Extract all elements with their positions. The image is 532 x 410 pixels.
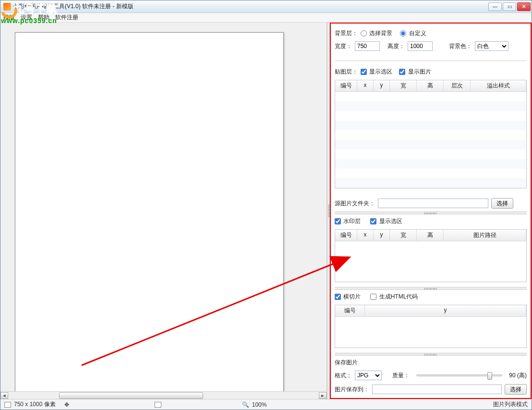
srcfolder-input[interactable]	[378, 199, 488, 208]
body-area: ◄ ► 背景层： 选择背景 自定义 宽度： 高度：	[0, 23, 532, 399]
horizontal-splitter-2[interactable]	[335, 287, 527, 290]
menu-settings[interactable]: 设置	[21, 13, 32, 22]
status-dims: 750 x 1000 像素	[4, 400, 56, 409]
menubar: 模版 设置 帮助 软件注册	[0, 13, 532, 23]
app-icon	[3, 3, 11, 11]
save-quality-slider[interactable]	[416, 374, 502, 376]
srcfolder-browse-button[interactable]: 选择	[491, 198, 513, 209]
slice-checkbox[interactable]: 横切片	[335, 293, 361, 301]
slice-genhtml-checkbox[interactable]: 生成HTML代码	[370, 293, 418, 301]
col-h: 高	[417, 80, 444, 91]
menu-register[interactable]: 软件注册	[55, 13, 78, 22]
divider	[335, 61, 527, 61]
zoom-icon: 🔍	[242, 401, 249, 408]
slice-table-body[interactable]	[335, 317, 526, 348]
col-y: y	[374, 80, 390, 91]
save-to-browse-button[interactable]: 选择	[505, 384, 527, 395]
status-zoom: 🔍 100%	[242, 401, 267, 408]
wm-table[interactable]: 编号 x y 宽 高 图片路径	[335, 229, 527, 282]
wm-col-w: 宽	[390, 230, 417, 241]
section-watermark: 水印层 显示选区 编号 x y 宽 高 图片路径	[335, 214, 527, 287]
move-icon: ✥	[64, 401, 69, 408]
save-fmt-label: 格式：	[335, 372, 352, 380]
wm-show-area-label: 显示选区	[379, 218, 402, 224]
bg-radio-custom[interactable]: 自定义	[400, 29, 426, 37]
section-slice: 横切片 生成HTML代码 编号 y	[335, 290, 527, 353]
bg-radio-custom-label: 自定义	[409, 30, 426, 37]
canvas-page	[15, 32, 284, 391]
paste-show-img-label: 显示图片	[408, 68, 431, 75]
slice-col-num: 编号	[335, 305, 365, 316]
slider-knob[interactable]	[487, 372, 492, 380]
save-to-label: 图片保存到：	[335, 385, 369, 394]
menu-template[interactable]: 模版	[3, 13, 15, 22]
minimize-button[interactable]: —	[488, 2, 502, 11]
statusbar: 750 x 1000 像素 ✥ 🔍 100% 图片列表模式	[0, 399, 532, 410]
dims-icon	[4, 402, 11, 408]
app-window: 七彩色图片排版工具(V1.0) 软件未注册 - 新模版 — ▭ ✕ 模版 设置 …	[0, 0, 532, 410]
save-to-input[interactable]	[372, 385, 502, 394]
bg-height-label: 高度：	[387, 42, 405, 50]
horizontal-scrollbar[interactable]: ◄ ►	[0, 391, 326, 399]
save-quality-value: 90 (高)	[509, 372, 527, 380]
col-w: 宽	[390, 80, 417, 91]
wm-col-y: y	[374, 230, 390, 241]
slice-table-head: 编号 y	[335, 305, 526, 317]
bg-width-input[interactable]	[355, 41, 380, 51]
status-move-tool[interactable]: ✥	[64, 401, 69, 408]
slice-table[interactable]: 编号 y	[335, 305, 527, 348]
bg-height-input[interactable]	[408, 41, 433, 51]
wm-show-area-checkbox[interactable]: 显示选区	[370, 217, 402, 225]
paste-show-img-checkbox[interactable]: 显示图片	[399, 68, 431, 76]
paste-label: 贴图层：	[335, 68, 358, 76]
col-ov: 溢出样式	[471, 80, 526, 91]
section-bg: 背景层： 选择背景 自定义 宽度： 高度： 背景色： 白色	[335, 26, 527, 60]
wm-table-body[interactable]	[335, 241, 526, 282]
horizontal-splitter-1[interactable]	[335, 211, 527, 214]
paste-show-area-label: 显示选区	[369, 68, 392, 75]
paste-table-head: 编号 x y 宽 高 层次 溢出样式	[335, 80, 526, 92]
paste-table-body[interactable]	[335, 92, 526, 188]
wm-table-head: 编号 x y 宽 高 图片路径	[335, 230, 526, 241]
scroll-thumb[interactable]	[59, 392, 203, 399]
wm-col-h: 高	[417, 230, 444, 241]
bg-label: 背景层：	[335, 29, 358, 37]
close-button[interactable]: ✕	[517, 2, 531, 11]
paste-table[interactable]: 编号 x y 宽 高 层次 溢出样式	[335, 80, 527, 188]
bg-color-select[interactable]: 白色	[475, 41, 508, 51]
slice-col-y: y	[365, 305, 526, 316]
col-lvl: 层次	[444, 80, 471, 91]
srcfolder-label: 源图片文件夹：	[335, 199, 375, 208]
titlebar: 七彩色图片排版工具(V1.0) 软件未注册 - 新模版 — ▭ ✕	[0, 0, 532, 13]
wm-checkbox[interactable]: 水印层	[335, 217, 361, 225]
slice-genhtml-label: 生成HTML代码	[379, 293, 418, 300]
side-panel: 背景层： 选择背景 自定义 宽度： 高度： 背景色： 白色 贴图层：	[330, 23, 532, 399]
bg-color-label: 背景色：	[449, 42, 472, 50]
wm-label: 水印层	[343, 218, 361, 224]
horizontal-splitter-3[interactable]	[335, 353, 527, 356]
window-title: 七彩色图片排版工具(V1.0) 软件未注册 - 新模版	[13, 2, 133, 11]
window-buttons: — ▭ ✕	[488, 2, 532, 11]
scroll-track[interactable]	[16, 392, 311, 399]
paste-show-area-checkbox[interactable]: 显示选区	[361, 68, 392, 76]
status-crop-tool[interactable]	[155, 402, 161, 408]
save-quality-label: 质量：	[392, 372, 410, 380]
canvas-pane: ◄ ►	[0, 23, 327, 399]
wm-col-path: 图片路径	[444, 230, 526, 241]
status-mode: 图片列表模式	[493, 400, 528, 409]
bg-width-label: 宽度：	[335, 42, 352, 50]
scroll-left-arrow-icon[interactable]: ◄	[0, 392, 8, 399]
status-dims-text: 750 x 1000 像素	[14, 400, 56, 409]
save-label: 保存图片	[335, 359, 358, 367]
scroll-right-arrow-icon[interactable]: ►	[319, 392, 326, 399]
section-paste: 贴图层： 显示选区 显示图片 编号 x y 宽 高 层次 溢出样式	[335, 65, 527, 193]
wm-col-num: 编号	[335, 230, 357, 241]
section-save: 保存图片 格式： JPG 质量： 90 (高) 图片保存到： 选择	[335, 356, 527, 395]
crop-icon	[155, 402, 161, 408]
canvas-viewport[interactable]	[0, 23, 326, 391]
bg-radio-select[interactable]: 选择背景	[361, 29, 392, 37]
menu-help[interactable]: 帮助	[38, 13, 49, 22]
maximize-button[interactable]: ▭	[503, 2, 516, 11]
bg-radio-select-label: 选择背景	[369, 30, 392, 37]
save-fmt-select[interactable]: JPG	[355, 371, 382, 380]
